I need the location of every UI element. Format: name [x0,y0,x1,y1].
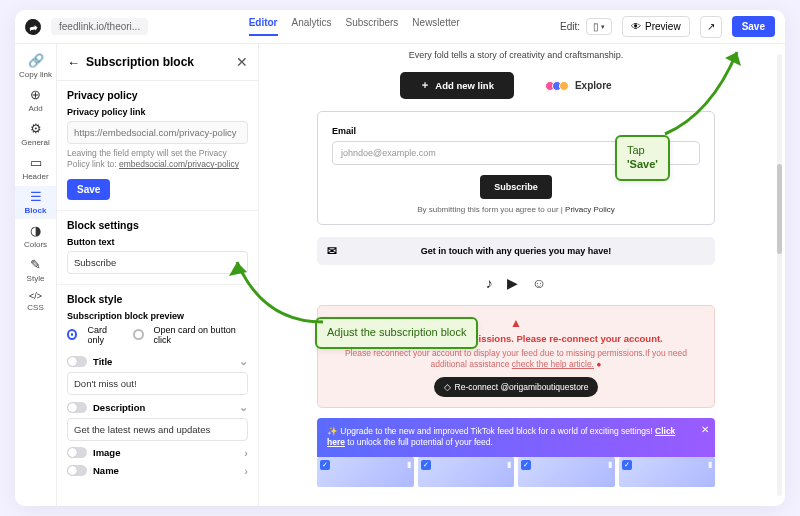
link-icon: 🔗 [28,53,44,68]
open-external-button[interactable]: ↗ [700,16,722,38]
code-icon: </> [29,291,42,301]
tab-editor[interactable]: Editor [249,17,278,36]
close-icon[interactable]: ✕ [236,54,248,70]
explore-button[interactable]: Explore [528,72,632,99]
list-icon: ☰ [30,189,42,204]
gear-icon: ⚙ [30,121,42,136]
reconnect-button[interactable]: ◇ Re-connect @origamiboutiquestore [434,377,599,397]
checkbox-icon[interactable]: ✓ [622,460,632,470]
email-input[interactable]: johndoe@example.com [332,141,700,165]
device-picker[interactable]: ▯ ▾ [586,18,612,35]
checkbox-icon[interactable]: ✓ [320,460,330,470]
radio-open-click-label: Open card on button click [154,325,248,345]
save-button[interactable]: Save [732,16,775,37]
name-toggle-label: Name [93,465,238,476]
radio-card-only[interactable] [67,329,77,340]
desc-toggle-label: Description [93,402,233,413]
privacy-default-link[interactable]: embedsocial.com/privacy-policy [119,159,239,169]
title-toggle[interactable] [67,356,87,367]
privacy-link-input[interactable] [67,121,248,144]
title-toggle-row: Title ⌄ [67,355,248,368]
name-toggle-row: Name › [67,465,248,477]
left-rail: 🔗Copy link ⊕Add ⚙General ▭Header ☰Block … [15,44,57,506]
edit-label: Edit: [560,21,580,32]
rail-add[interactable]: ⊕Add [15,84,56,117]
rail-colors[interactable]: ◑Colors [15,220,56,253]
page-url-chip[interactable]: feedlink.io/theori... [51,18,148,35]
app-shell: ➦ feedlink.io/theori... Editor Analytics… [15,10,785,506]
rail-header[interactable]: ▭Header [15,152,56,185]
image-toggle-label: Image [93,447,238,458]
panel-header: ← Subscription block ✕ [57,44,258,81]
chevron-down-icon[interactable]: ⌄ [239,401,248,414]
chevron-down-icon[interactable]: ⌄ [239,355,248,368]
preview-canvas: Every fold tells a story of creativity a… [259,44,785,506]
style-heading: Block style [67,293,248,305]
desc-toggle[interactable] [67,402,87,413]
brand-logo: ➦ [24,17,43,36]
title-input[interactable] [67,372,248,395]
add-link-button[interactable]: ＋ Add new link [400,72,514,99]
thumb-2[interactable]: ✓▮ [418,457,515,487]
social-icons: ♪ ▶ ☺ [317,275,715,291]
thumb-1[interactable]: ✓▮ [317,457,414,487]
warning-icon: ▲ [330,316,702,330]
rail-general[interactable]: ⚙General [15,118,56,151]
checkbox-icon[interactable]: ✓ [421,460,431,470]
rail-css[interactable]: </>CSS [15,288,56,316]
tiktok-icon[interactable]: ♪ [486,275,493,291]
video-icon: ▮ [708,460,712,469]
subscription-card: Email johndoe@example.com Subscribe By s… [317,111,715,225]
rail-style[interactable]: ✎Style [15,254,56,287]
button-text-label: Button text [67,237,248,247]
preview-button[interactable]: 👁 Preview [622,16,690,37]
plus-circle-icon: ⊕ [30,87,41,102]
warning-title: Missing Instagram permissions. Please re… [330,333,702,344]
image-toggle[interactable] [67,447,87,458]
desc-toggle-row: Description ⌄ [67,401,248,414]
rail-block[interactable]: ☰Block [15,186,56,219]
subscribe-button[interactable]: Subscribe [480,175,552,199]
panel-title: Subscription block [86,55,230,69]
warning-text: Please reconnect your account to display… [330,348,702,371]
panel-save-button[interactable]: Save [67,179,110,200]
terms-link[interactable]: Privacy Policy [565,205,615,214]
privacy-heading: Privacy policy [67,89,248,101]
header-icon: ▭ [30,155,42,170]
desc-input[interactable] [67,418,248,441]
scrollbar-track [777,54,782,496]
rail-copy-link[interactable]: 🔗Copy link [15,50,56,83]
tab-analytics[interactable]: Analytics [292,17,332,36]
tiktok-feed-block: ✨ Upgrade to the new and improved TikTok… [317,418,715,487]
block-settings-section: Block settings Button text [57,211,258,285]
button-text-input[interactable] [67,251,248,274]
video-icon: ▮ [507,460,511,469]
back-arrow-icon[interactable]: ← [67,55,80,70]
help-article-link[interactable]: check the help article. [512,359,594,369]
radio-open-click[interactable] [133,329,143,340]
chevron-right-icon[interactable]: › [244,447,248,459]
chevron-right-icon[interactable]: › [244,465,248,477]
checkbox-icon[interactable]: ✓ [521,460,531,470]
thumb-4[interactable]: ✓▮ [619,457,716,487]
phone-icon: ▯ [593,21,599,32]
thumb-3[interactable]: ✓▮ [518,457,615,487]
video-icon: ▮ [608,460,612,469]
envelope-icon: ✉ [327,244,337,258]
youtube-icon[interactable]: ▶ [507,275,518,291]
edit-device-group: Edit: ▯ ▾ [560,18,612,35]
preview-label: Preview [645,21,681,32]
tiktok-thumbnails: ✓▮ ✓▮ ✓▮ ✓▮ [317,457,715,487]
radio-card-only-label: Card only [87,325,123,345]
contact-bar[interactable]: ✉ Get in touch with any queries you may … [317,237,715,265]
close-banner-icon[interactable]: ✕ [701,423,709,437]
tab-subscribers[interactable]: Subscribers [346,17,399,36]
terms-text: By submitting this form you agree to our… [332,205,700,214]
main-tabs: Editor Analytics Subscribers Newsletter [249,17,460,36]
reddit-icon[interactable]: ☺ [532,275,546,291]
warning-dot-icon: ● [596,359,601,369]
scrollbar-thumb[interactable] [777,164,782,254]
name-toggle[interactable] [67,465,87,476]
tab-newsletter[interactable]: Newsletter [412,17,459,36]
privacy-hint: Leaving the field empty will set the Pri… [67,148,248,171]
